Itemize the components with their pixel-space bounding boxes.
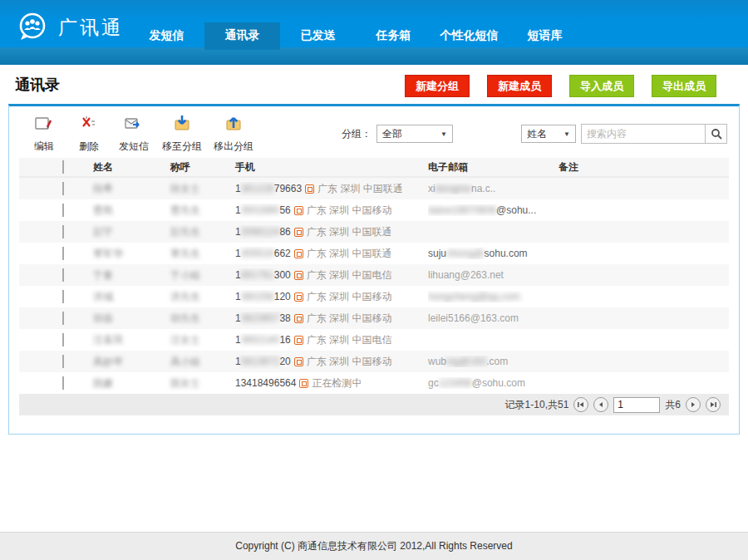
contact-email: xidongmena.c.. — [428, 183, 559, 194]
action-buttons: 新建分组新建成员导入成员导出成员 — [405, 75, 716, 97]
row-checkbox[interactable] — [62, 204, 64, 217]
next-page-icon — [689, 400, 697, 409]
row-checkbox[interactable] — [62, 355, 64, 368]
table-row: 彭宇彭先生1306612486广东 深圳 中国联通 — [19, 221, 729, 243]
chevron-down-icon: ▼ — [563, 130, 570, 138]
phone-lookup-icon — [294, 206, 303, 215]
last-page-icon — [709, 400, 717, 409]
table-row: 胡磊胡先生1382365738广东 深圳 中国移动leilei5166@163.… — [19, 307, 729, 329]
contact-salutation: 彭先生 — [170, 225, 235, 239]
move-to-group-button[interactable]: 移至分组 — [162, 114, 202, 154]
group-select[interactable]: 全部 ▼ — [376, 125, 453, 143]
column-header-2: 手机 — [235, 160, 428, 174]
contact-salutation: 高小姐 — [170, 355, 235, 369]
contact-phone: 1305519662广东 深圳 中国联通 — [235, 247, 428, 261]
last-page-button[interactable] — [706, 397, 721, 412]
edit-button[interactable]: 编辑 — [27, 114, 61, 154]
pagination-summary: 记录1-10,共51 — [505, 398, 569, 412]
send-sms-icon — [123, 114, 145, 137]
row-checkbox[interactable] — [62, 290, 64, 303]
phone-carrier-region: 广东 深圳 中国移动 — [307, 312, 392, 326]
row-checkbox[interactable] — [62, 182, 64, 195]
nav-tab-contacts[interactable]: 通讯录 — [204, 22, 280, 50]
edit-icon — [33, 114, 55, 137]
contact-phone: 1581367220广东 深圳 中国移动 — [235, 355, 428, 369]
contact-salutation: 于小姐 — [170, 268, 235, 282]
table-row: 汪嘉琪汪女士1365214016广东 深圳 中国电信 — [19, 329, 729, 351]
search-field-select[interactable]: 姓名 ▼ — [521, 125, 576, 143]
group-filter-label: 分组： — [342, 127, 372, 141]
search-button[interactable] — [706, 124, 727, 144]
first-page-icon — [577, 400, 585, 409]
main-nav: 发短信通讯录已发送任务箱个性化短信短语库 — [129, 22, 583, 50]
table-row: 覃军华覃先生1305519662广东 深圳 中国联通sujunhong@sohu… — [19, 243, 729, 264]
delete-label: 删除 — [79, 140, 99, 154]
export-members-button[interactable]: 导出成员 — [652, 75, 716, 97]
nav-tab-phrase-lib[interactable]: 短语库 — [507, 22, 583, 50]
row-checkbox[interactable] — [62, 247, 64, 260]
contacts-table: 姓名称呼手机电子邮箱备注 段希段女士138122679663广东 深圳 中国联通… — [19, 158, 729, 415]
new-member-button[interactable]: 新建成员 — [487, 75, 552, 97]
contact-salutation: 曹先生 — [170, 204, 235, 218]
chevron-down-icon: ▼ — [440, 130, 447, 138]
table-body: 段希段女士138122679663广东 深圳 中国联通xidongmena.c.… — [19, 178, 729, 394]
contact-phone: 1360258120广东 深圳 中国移动 — [235, 290, 428, 304]
contact-name: 彭宇 — [93, 225, 170, 239]
speech-bubble-people-icon — [15, 10, 50, 45]
select-all-checkbox[interactable] — [62, 160, 64, 174]
phone-lookup-icon — [294, 357, 303, 366]
first-page-button[interactable] — [573, 397, 588, 412]
contact-phone: 1365214016广东 深圳 中国电信 — [235, 333, 428, 347]
contact-name: 曹凯 — [93, 204, 170, 218]
send-sms-button[interactable]: 发短信 — [117, 114, 150, 154]
pagination-bar: 记录1-10,共51 共6 — [19, 394, 729, 415]
phone-lookup-icon — [294, 271, 303, 280]
contact-email: sujunhong@sohu.com — [428, 248, 559, 259]
prev-page-icon — [597, 400, 605, 409]
phone-carrier-region: 广东 深圳 中国电信 — [307, 268, 392, 282]
phone-lookup-icon — [294, 314, 303, 323]
contact-name: 汪嘉琪 — [93, 333, 170, 347]
move-out-group-icon — [223, 114, 244, 137]
nav-tab-send-sms[interactable]: 发短信 — [129, 22, 204, 50]
row-checkbox[interactable] — [62, 333, 64, 346]
page-title: 通讯录 — [15, 75, 60, 95]
copyright-text: Copyright (C) 商通信息技术有限公司 2012,All Rights… — [235, 539, 512, 553]
row-checkbox[interactable] — [62, 268, 64, 282]
top-header: 广讯通 发短信通讯录已发送任务箱个性化短信短语库 — [0, 0, 748, 65]
delete-icon — [78, 114, 100, 137]
page-footer: Copyright (C) 商通信息技术有限公司 2012,All Rights… — [0, 532, 748, 560]
nav-tab-task-box[interactable]: 任务箱 — [356, 22, 431, 50]
phone-carrier-region: 广东 深圳 中国移动 — [307, 290, 392, 304]
contact-email: lihuang@263.net — [428, 269, 559, 281]
edit-label: 编辑 — [34, 140, 54, 154]
move-out-group-button[interactable]: 移出分组 — [214, 114, 253, 154]
row-checkbox[interactable] — [62, 376, 64, 390]
search-icon — [711, 128, 722, 140]
row-checkbox[interactable] — [62, 225, 64, 238]
table-row: 段希段女士138122679663广东 深圳 中国联通xidongmena.c.… — [19, 178, 729, 199]
column-header-4: 备注 — [559, 160, 729, 174]
delete-button[interactable]: 删除 — [72, 114, 106, 154]
contact-phone: 138122679663广东 深圳 中国联通 — [235, 182, 428, 196]
page-number-input[interactable] — [613, 397, 660, 413]
contact-name: 胡磊 — [93, 312, 170, 326]
phone-carrier-region: 广东 深圳 中国移动 — [307, 204, 392, 218]
contact-email: wubing@163.com — [428, 356, 559, 367]
next-page-button[interactable] — [686, 397, 701, 412]
contact-name: 陈媛 — [93, 376, 170, 391]
phone-carrier-region: 正在检测中 — [312, 376, 362, 391]
search-input[interactable] — [581, 124, 706, 144]
row-checkbox[interactable] — [62, 312, 64, 325]
phone-carrier-region: 广东 深圳 中国联通 — [317, 182, 403, 196]
app-logo: 广讯通 — [15, 10, 123, 45]
nav-tab-personalized[interactable]: 个性化短信 — [431, 22, 507, 50]
nav-tab-sent[interactable]: 已发送 — [280, 22, 356, 50]
table-row: 于量于小姐1891761300广东 深圳 中国电信lihuang@263.net — [19, 264, 729, 286]
move-out-group-label: 移出分组 — [214, 140, 253, 154]
phone-carrier-region: 广东 深圳 中国电信 — [307, 333, 392, 347]
prev-page-button[interactable] — [593, 397, 608, 412]
import-members-button[interactable]: 导入成员 — [569, 75, 634, 97]
new-group-button[interactable]: 新建分组 — [405, 75, 470, 97]
contact-salutation: 覃先生 — [170, 247, 235, 261]
